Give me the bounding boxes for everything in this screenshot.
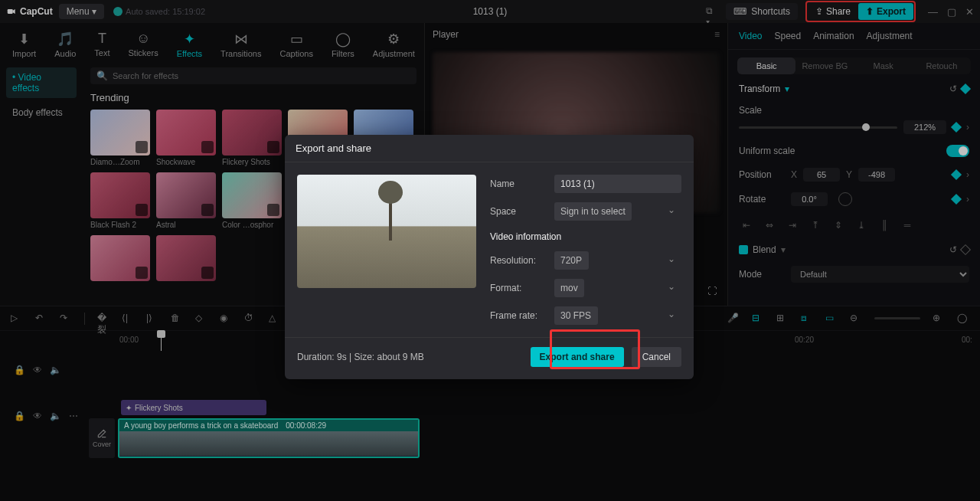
framerate-label: Frame rate: [490, 310, 547, 321]
framerate-select[interactable]: 30 FPS [554, 306, 598, 325]
resolution-label: Resolution: [490, 255, 547, 266]
video-info-title: Video information [490, 231, 681, 242]
resolution-select[interactable]: 720P [554, 251, 589, 270]
export-space-select[interactable]: Sign in to select [554, 202, 632, 221]
export-info: Duration: 9s | Size: about 9 MB [297, 352, 424, 362]
space-label: Space [490, 206, 547, 217]
export-modal: Export and share Name Space Sign in to s… [285, 135, 694, 379]
export-confirm-button[interactable]: Export and share [531, 347, 624, 367]
export-cancel-button[interactable]: Cancel [632, 347, 681, 367]
format-label: Format: [490, 283, 547, 293]
name-label: Name [490, 178, 547, 189]
modal-title: Export and share [285, 135, 694, 162]
format-select[interactable]: mov [554, 279, 584, 297]
export-preview [297, 175, 476, 288]
export-name-input[interactable] [554, 175, 681, 193]
